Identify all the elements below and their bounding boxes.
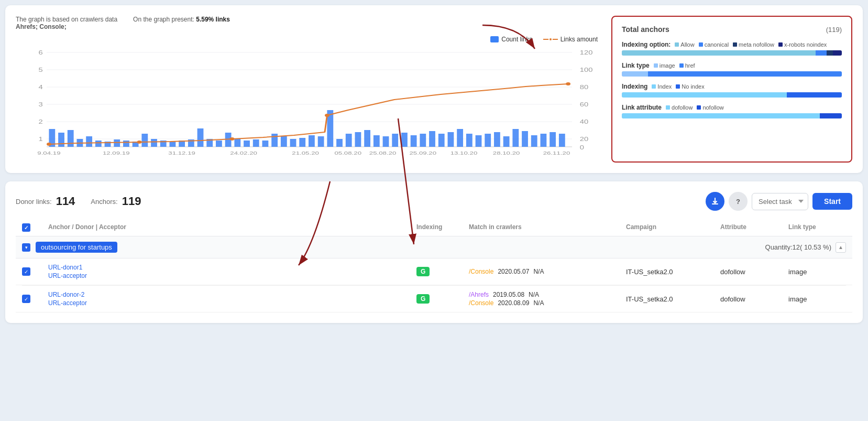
svg-text:13.10.20: 13.10.20 (451, 150, 478, 156)
svg-rect-59 (401, 133, 408, 147)
svg-rect-39 (216, 141, 222, 147)
table-card: Donor links: 114 Anchors: 119 ? Select t… (5, 181, 863, 323)
table-row: ✓ URL-donor1 URL-acceptor G /Console 202… (16, 258, 852, 285)
row1-indexing: G (416, 267, 469, 276)
col-attribute: Attribute (720, 223, 788, 232)
svg-rect-37 (197, 128, 204, 147)
row2-crawler-source-2: /Console (469, 299, 493, 307)
svg-text:12.09.19: 12.09.19 (103, 150, 130, 156)
help-button[interactable]: ? (729, 192, 748, 211)
panel-title: Total anchors (622, 25, 669, 34)
svg-rect-54 (355, 132, 361, 147)
row2-indexing-badge: G (416, 294, 430, 304)
svg-rect-23 (68, 130, 74, 147)
total-anchors-panel: Total anchors (119) Indexing option: All… (611, 16, 852, 163)
link-attribute-row: Link attribute dofollow nofollow (622, 104, 842, 118)
svg-point-81 (566, 82, 570, 85)
svg-rect-50 (318, 136, 324, 147)
svg-rect-47 (290, 139, 296, 147)
indexing-option-row: Indexing option: Allow canonical meta no… (622, 41, 842, 56)
svg-text:5: 5 (38, 67, 42, 73)
legend-links-amount: Links amount (543, 36, 598, 43)
select-task-dropdown[interactable]: Select task (752, 193, 808, 210)
anchors-stat: Anchors: 119 (91, 195, 141, 208)
row2-crawler-cell: /Ahrefs 2019.05.08 N/A /Console 2020.08.… (469, 291, 626, 307)
row2-donor-url[interactable]: URL-donor-2 (48, 291, 416, 298)
row1-attribute: dofollow (720, 268, 788, 276)
svg-text:21.05.20: 21.05.20 (292, 150, 319, 156)
row2-acceptor-url[interactable]: URL-acceptor (48, 299, 416, 307)
svg-text:2: 2 (38, 119, 42, 125)
svg-rect-26 (95, 141, 102, 147)
svg-text:9.04.19: 9.04.19 (37, 150, 60, 156)
group-chevron[interactable]: ▾ (22, 243, 30, 252)
svg-text:20: 20 (580, 136, 588, 142)
svg-text:26.11.20: 26.11.20 (543, 150, 570, 156)
col-link-type: Link type (788, 223, 846, 232)
svg-rect-68 (485, 134, 491, 147)
svg-rect-31 (141, 134, 148, 147)
legend-count-links: Count links (490, 36, 532, 43)
header-checkbox[interactable]: ✓ (22, 223, 30, 232)
svg-rect-66 (466, 134, 473, 147)
start-button[interactable]: Start (812, 193, 852, 210)
svg-text:6: 6 (38, 50, 42, 56)
row1-acceptor-url[interactable]: URL-acceptor (48, 272, 416, 279)
svg-rect-64 (448, 132, 454, 147)
svg-rect-74 (541, 134, 547, 147)
row2-crawler-date-1: 2019.05.08 (493, 291, 524, 298)
svg-text:120: 120 (580, 50, 593, 56)
row1-donor-url[interactable]: URL-donor1 (48, 264, 416, 271)
svg-rect-41 (234, 139, 240, 147)
chart-meta-line1: The graph is based on crawlers data (16, 16, 117, 23)
row1-crawler-source: /Console (469, 268, 493, 275)
svg-rect-76 (559, 134, 565, 147)
svg-rect-48 (299, 138, 305, 147)
donor-links-value: 114 (56, 195, 75, 208)
row1-campaign: IT-US_setka2.0 (626, 268, 720, 276)
svg-rect-46 (281, 136, 287, 147)
svg-point-80 (325, 114, 329, 117)
stats-row: Donor links: 114 Anchors: 119 ? Select t… (16, 192, 852, 211)
col-checkbox: ✓ (22, 223, 48, 232)
group-collapse-button[interactable]: ▲ (836, 242, 846, 253)
svg-rect-53 (346, 134, 352, 147)
svg-rect-73 (531, 135, 537, 147)
svg-point-78 (137, 141, 142, 144)
download-button[interactable] (706, 192, 724, 211)
svg-text:25.09.20: 25.09.20 (410, 150, 437, 156)
row2-checkbox[interactable]: ✓ (22, 295, 48, 303)
svg-rect-29 (123, 141, 129, 147)
row2-crawler-status-1: N/A (529, 291, 539, 298)
svg-rect-43 (253, 139, 259, 147)
row1-checkbox[interactable]: ✓ (22, 267, 48, 276)
svg-rect-75 (550, 132, 556, 147)
svg-rect-22 (58, 133, 64, 147)
chart-meta-percent: 5.59% links (196, 16, 230, 23)
svg-text:25.08.20: 25.08.20 (369, 150, 397, 156)
row2-crawler-status-2: N/A (533, 299, 544, 307)
row1-indexing-badge: G (416, 267, 430, 276)
row1-link-type: image (788, 268, 846, 276)
row2-link-type: image (788, 295, 846, 303)
svg-rect-28 (114, 139, 120, 147)
donor-links-stat: Donor links: 114 (16, 195, 75, 208)
col-campaign: Campaign (626, 223, 720, 232)
svg-text:24.02.20: 24.02.20 (230, 150, 257, 156)
panel-count: (119) (826, 26, 842, 34)
col-anchor-donor: Anchor / Donor | Acceptor (48, 223, 416, 232)
donor-links-label: Donor links: (16, 198, 52, 206)
row1-url-cell: URL-donor1 URL-acceptor (48, 264, 416, 279)
anchors-label: Anchors: (91, 198, 117, 206)
svg-text:28.10.20: 28.10.20 (493, 150, 520, 156)
row2-url-cell: URL-donor-2 URL-acceptor (48, 291, 416, 307)
svg-rect-72 (522, 131, 528, 147)
chart-meta-present-label: On the graph present: (133, 16, 194, 23)
svg-rect-69 (494, 132, 500, 147)
svg-rect-67 (476, 135, 482, 147)
svg-rect-44 (262, 141, 269, 147)
svg-rect-25 (86, 136, 92, 147)
link-type-row: Link type image href (622, 62, 842, 77)
svg-rect-63 (438, 134, 445, 147)
svg-rect-58 (392, 134, 398, 147)
